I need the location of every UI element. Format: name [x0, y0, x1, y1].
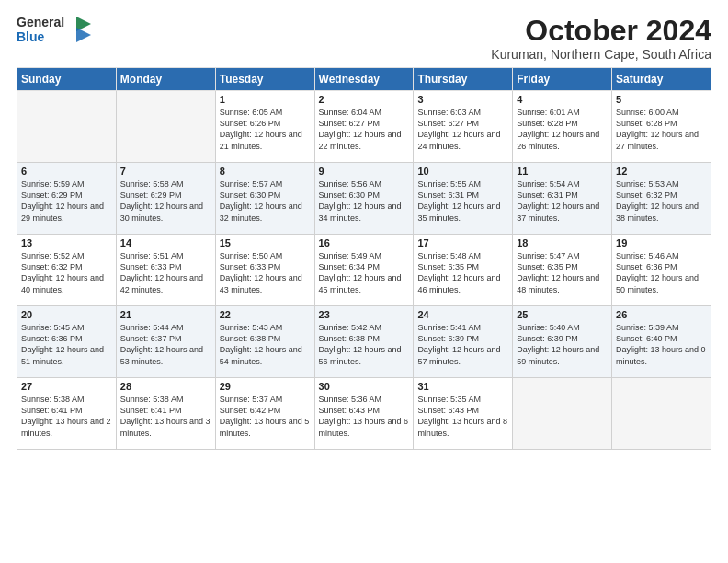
day-number: 24: [417, 309, 508, 320]
table-row: [116, 91, 215, 163]
calendar-table: Sunday Monday Tuesday Wednesday Thursday…: [17, 67, 711, 450]
day-number: 7: [120, 166, 211, 177]
table-row: 30Sunrise: 5:36 AMSunset: 6:43 PMDayligh…: [314, 378, 414, 450]
table-row: 10Sunrise: 5:55 AMSunset: 6:31 PMDayligh…: [414, 163, 513, 235]
day-number: 19: [616, 237, 707, 248]
day-number: 16: [319, 237, 410, 248]
table-row: 29Sunrise: 5:37 AMSunset: 6:42 PMDayligh…: [215, 378, 314, 450]
day-info: Sunrise: 5:49 AMSunset: 6:34 PMDaylight:…: [319, 251, 402, 293]
table-row: 4Sunrise: 6:01 AMSunset: 6:28 PMDaylight…: [513, 91, 612, 163]
table-row: 11Sunrise: 5:54 AMSunset: 6:31 PMDayligh…: [513, 163, 612, 235]
day-info: Sunrise: 5:57 AMSunset: 6:30 PMDaylight:…: [220, 179, 302, 222]
svg-marker-1: [76, 28, 91, 42]
col-tuesday: Tuesday: [215, 68, 314, 91]
col-thursday: Thursday: [414, 68, 513, 91]
day-info: Sunrise: 5:38 AMSunset: 6:41 PMDaylight:…: [120, 395, 210, 437]
day-number: 1: [220, 94, 311, 105]
day-number: 17: [417, 237, 508, 248]
col-friday: Friday: [513, 68, 612, 91]
table-row: 25Sunrise: 5:40 AMSunset: 6:39 PMDayligh…: [513, 306, 612, 378]
table-row: 6Sunrise: 5:59 AMSunset: 6:29 PMDaylight…: [17, 163, 117, 235]
day-number: 28: [120, 381, 211, 392]
day-number: 31: [417, 381, 508, 392]
table-row: 18Sunrise: 5:47 AMSunset: 6:35 PMDayligh…: [513, 235, 612, 306]
day-info: Sunrise: 5:56 AMSunset: 6:30 PMDaylight:…: [319, 179, 402, 222]
table-row: 17Sunrise: 5:48 AMSunset: 6:35 PMDayligh…: [414, 235, 513, 306]
day-number: 15: [220, 237, 311, 248]
table-row: [612, 378, 711, 450]
logo: General Blue: [17, 15, 95, 44]
logo: General Blue: [17, 15, 95, 44]
logo-wave-icon: [69, 15, 95, 44]
day-info: Sunrise: 5:35 AMSunset: 6:43 PMDaylight:…: [417, 395, 507, 437]
table-row: [513, 378, 612, 450]
day-number: 4: [517, 94, 608, 105]
day-number: 9: [319, 166, 410, 177]
day-info: Sunrise: 5:45 AMSunset: 6:36 PMDaylight:…: [21, 323, 104, 365]
table-row: 22Sunrise: 5:43 AMSunset: 6:38 PMDayligh…: [215, 306, 314, 378]
day-info: Sunrise: 5:43 AMSunset: 6:38 PMDaylight:…: [220, 323, 302, 365]
table-row: 2Sunrise: 6:04 AMSunset: 6:27 PMDaylight…: [314, 91, 414, 163]
logo-text: General Blue: [17, 15, 64, 44]
day-number: 21: [120, 309, 211, 320]
day-info: Sunrise: 5:37 AMSunset: 6:42 PMDaylight:…: [220, 395, 310, 437]
table-row: 21Sunrise: 5:44 AMSunset: 6:37 PMDayligh…: [116, 306, 215, 378]
table-row: 1Sunrise: 6:05 AMSunset: 6:26 PMDaylight…: [215, 91, 314, 163]
calendar-row: 1Sunrise: 6:05 AMSunset: 6:26 PMDaylight…: [17, 91, 711, 163]
day-info: Sunrise: 5:38 AMSunset: 6:41 PMDaylight:…: [21, 395, 111, 437]
day-info: Sunrise: 5:40 AMSunset: 6:39 PMDaylight:…: [517, 323, 599, 365]
day-number: 22: [220, 309, 311, 320]
table-row: 19Sunrise: 5:46 AMSunset: 6:36 PMDayligh…: [612, 235, 711, 306]
day-info: Sunrise: 5:50 AMSunset: 6:33 PMDaylight:…: [220, 251, 302, 293]
day-number: 18: [517, 237, 608, 248]
day-info: Sunrise: 5:36 AMSunset: 6:43 PMDaylight:…: [319, 395, 409, 437]
day-info: Sunrise: 5:47 AMSunset: 6:35 PMDaylight:…: [517, 251, 599, 293]
day-number: 5: [616, 94, 707, 105]
day-info: Sunrise: 5:46 AMSunset: 6:36 PMDaylight:…: [616, 251, 699, 293]
table-row: 3Sunrise: 6:03 AMSunset: 6:27 PMDaylight…: [414, 91, 513, 163]
day-number: 2: [319, 94, 410, 105]
table-row: 23Sunrise: 5:42 AMSunset: 6:38 PMDayligh…: [314, 306, 414, 378]
day-info: Sunrise: 5:58 AMSunset: 6:29 PMDaylight:…: [120, 179, 203, 222]
day-info: Sunrise: 6:04 AMSunset: 6:27 PMDaylight:…: [319, 108, 402, 150]
table-row: 27Sunrise: 5:38 AMSunset: 6:41 PMDayligh…: [17, 378, 117, 450]
day-number: 10: [417, 166, 508, 177]
day-info: Sunrise: 5:51 AMSunset: 6:33 PMDaylight:…: [120, 251, 203, 293]
table-row: 8Sunrise: 5:57 AMSunset: 6:30 PMDaylight…: [215, 163, 314, 235]
table-row: 12Sunrise: 5:53 AMSunset: 6:32 PMDayligh…: [612, 163, 711, 235]
day-info: Sunrise: 5:48 AMSunset: 6:35 PMDaylight:…: [417, 251, 500, 293]
day-info: Sunrise: 6:03 AMSunset: 6:27 PMDaylight:…: [417, 108, 500, 150]
day-number: 23: [319, 309, 410, 320]
day-number: 26: [616, 309, 707, 320]
table-row: 24Sunrise: 5:41 AMSunset: 6:39 PMDayligh…: [414, 306, 513, 378]
day-info: Sunrise: 5:54 AMSunset: 6:31 PMDaylight:…: [517, 179, 599, 222]
day-info: Sunrise: 6:01 AMSunset: 6:28 PMDaylight:…: [517, 108, 599, 150]
col-sunday: Sunday: [17, 68, 117, 91]
col-wednesday: Wednesday: [314, 68, 414, 91]
day-number: 14: [120, 237, 211, 248]
table-row: 28Sunrise: 5:38 AMSunset: 6:41 PMDayligh…: [116, 378, 215, 450]
table-row: 7Sunrise: 5:58 AMSunset: 6:29 PMDaylight…: [116, 163, 215, 235]
day-number: 30: [319, 381, 410, 392]
table-row: 9Sunrise: 5:56 AMSunset: 6:30 PMDaylight…: [314, 163, 414, 235]
day-info: Sunrise: 5:55 AMSunset: 6:31 PMDaylight:…: [417, 179, 500, 222]
calendar-row: 20Sunrise: 5:45 AMSunset: 6:36 PMDayligh…: [17, 306, 711, 378]
day-info: Sunrise: 5:41 AMSunset: 6:39 PMDaylight:…: [417, 323, 500, 365]
table-row: 14Sunrise: 5:51 AMSunset: 6:33 PMDayligh…: [116, 235, 215, 306]
day-info: Sunrise: 6:00 AMSunset: 6:28 PMDaylight:…: [616, 108, 699, 150]
calendar-row: 13Sunrise: 5:52 AMSunset: 6:32 PMDayligh…: [17, 235, 711, 306]
calendar-header-row: Sunday Monday Tuesday Wednesday Thursday…: [17, 68, 711, 91]
day-number: 6: [21, 166, 112, 177]
table-row: 13Sunrise: 5:52 AMSunset: 6:32 PMDayligh…: [17, 235, 117, 306]
table-row: [17, 91, 117, 163]
day-number: 12: [616, 166, 707, 177]
day-info: Sunrise: 5:44 AMSunset: 6:37 PMDaylight:…: [120, 323, 203, 365]
month-title: October 2024: [491, 15, 711, 47]
table-row: 20Sunrise: 5:45 AMSunset: 6:36 PMDayligh…: [17, 306, 117, 378]
title-block: October 2024 Kuruman, Northern Cape, Sou…: [491, 15, 711, 62]
day-info: Sunrise: 5:52 AMSunset: 6:32 PMDaylight:…: [21, 251, 104, 293]
day-info: Sunrise: 5:53 AMSunset: 6:32 PMDaylight:…: [616, 179, 699, 222]
day-info: Sunrise: 5:59 AMSunset: 6:29 PMDaylight:…: [21, 179, 104, 222]
day-info: Sunrise: 5:39 AMSunset: 6:40 PMDaylight:…: [616, 323, 706, 365]
table-row: 31Sunrise: 5:35 AMSunset: 6:43 PMDayligh…: [414, 378, 513, 450]
